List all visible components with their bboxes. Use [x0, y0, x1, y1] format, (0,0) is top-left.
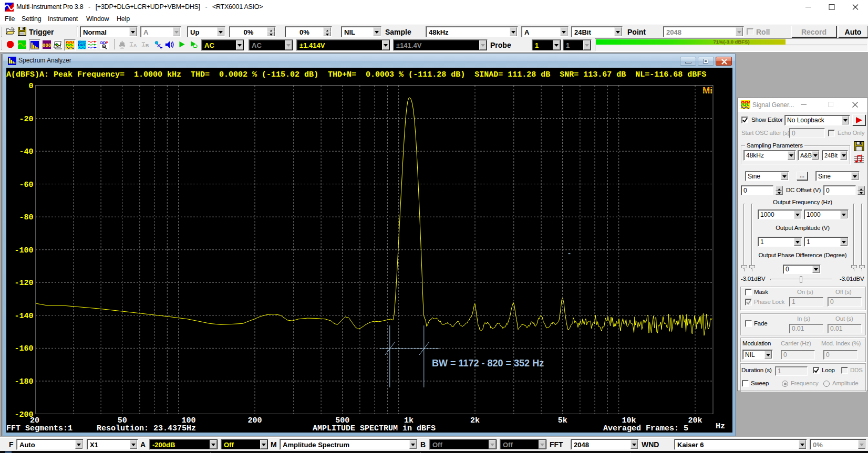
- svg-text:Averaged Frames: 5: Averaged Frames: 5: [603, 424, 688, 433]
- svg-text:20k: 20k: [688, 416, 702, 425]
- svg-text:2k: 2k: [470, 416, 480, 425]
- svg-text:BW = 1172 - 820 = 352 Hz: BW = 1172 - 820 = 352 Hz: [432, 358, 544, 368]
- svg-text:5k: 5k: [558, 416, 567, 425]
- svg-text:-60: -60: [19, 181, 33, 189]
- svg-text:-140: -140: [14, 312, 33, 321]
- svg-text:-100: -100: [14, 246, 33, 255]
- svg-text:-160: -160: [14, 344, 33, 353]
- svg-text:Mi: Mi: [702, 86, 712, 96]
- svg-text:-20: -20: [19, 115, 33, 124]
- svg-text:-180: -180: [14, 377, 33, 386]
- svg-text:0: 0: [28, 82, 33, 91]
- svg-text:A(dBFS)A: Peak Frequency= 1.0: A(dBFS)A: Peak Frequency= 1.0000 kHz THD…: [6, 70, 706, 79]
- svg-text:200: 200: [247, 416, 262, 425]
- svg-text:-120: -120: [14, 279, 33, 288]
- svg-text:FFT Segments:1: FFT Segments:1: [6, 424, 73, 433]
- svg-text:Hz: Hz: [716, 422, 725, 431]
- svg-text:Resolution: 23.4375Hz: Resolution: 23.4375Hz: [97, 424, 196, 433]
- svg-text:-40: -40: [19, 148, 33, 156]
- svg-text:AMPLITUDE SPECTRUM in dBFS: AMPLITUDE SPECTRUM in dBFS: [313, 424, 436, 433]
- svg-text:-80: -80: [19, 213, 33, 222]
